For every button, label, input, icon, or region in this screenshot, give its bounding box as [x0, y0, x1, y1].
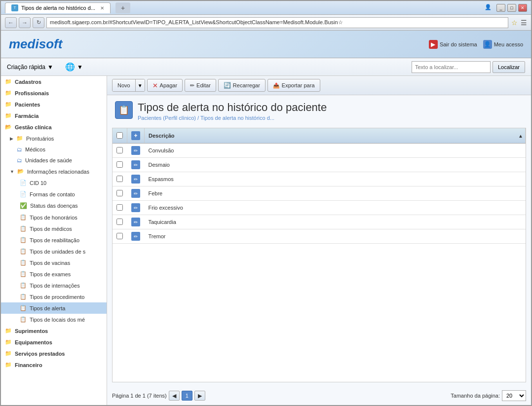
new-tab-btn[interactable]: + — [115, 2, 130, 13]
row-edit-btn[interactable]: ✏ — [131, 203, 140, 212]
row-checkbox[interactable] — [116, 190, 123, 196]
browser-tab[interactable]: T Tipos de alerta no histórico d... ✕ — [5, 2, 111, 13]
row-checkbox[interactable] — [116, 161, 123, 168]
next-page-btn[interactable]: ▶ — [194, 391, 205, 401]
table-header-row: + Descrição ▲ — [113, 128, 526, 144]
sidebar-item-tipos-honorarios[interactable]: 📋 Tipos de honorários — [1, 212, 107, 223]
sidebar-item-unidades-saude[interactable]: 🗂 Unidades de saúde — [1, 155, 107, 166]
row-edit-btn[interactable]: ✏ — [131, 189, 140, 198]
sidebar-item-gestao-clinica[interactable]: 📂 Gestão clínica — [1, 121, 107, 133]
select-all-checkbox[interactable] — [116, 132, 123, 139]
sidebar-item-tipos-exames[interactable]: 📋 Tipos de exames — [1, 268, 107, 280]
user-icon: 👤 — [483, 40, 492, 49]
doc-icon11: 📋 — [20, 316, 27, 323]
row-descricao: Desmaio — [145, 158, 526, 172]
sidebar-item-tipos-procedimentos[interactable]: 📋 Tipos de procedimento — [1, 291, 107, 302]
page-size-select[interactable]: 10 20 50 100 — [502, 390, 526, 401]
prev-page-btn[interactable]: ◀ — [169, 391, 180, 401]
add-column-btn[interactable]: + — [131, 131, 140, 140]
sidebar-label-servicos-prestados: Serviços prestados — [15, 351, 65, 357]
sidebar-item-medicos[interactable]: 🗂 Médicos — [1, 144, 107, 155]
menu-icon[interactable]: ☰ — [521, 19, 527, 27]
row-checkbox[interactable] — [116, 219, 123, 225]
row-checkbox[interactable] — [116, 233, 123, 239]
sidebar-label-prontuarios: Prontuários — [26, 136, 54, 142]
sidebar-label-medicos: Médicos — [25, 147, 45, 152]
tab-title: Tipos de alerta no histórico d... — [21, 5, 95, 11]
sidebar-item-pacientes[interactable]: 📁 Pacientes — [1, 99, 107, 110]
tab-close-btn[interactable]: ✕ — [100, 5, 104, 11]
refresh-btn[interactable]: ↻ — [33, 17, 44, 28]
exit-btn[interactable]: ▶ Sair do sistema — [429, 40, 477, 49]
editar-btn[interactable]: ✏ Editar — [185, 79, 216, 92]
access-btn[interactable]: 👤 Meu acesso — [483, 40, 523, 49]
doc-icon6: 📋 — [20, 259, 27, 266]
sidebar-item-tipos-medicos[interactable]: 📋 Tipos de médicos — [1, 223, 107, 234]
sidebar-item-cid-10[interactable]: 📄 CID 10 — [1, 177, 107, 188]
sidebar-item-prontuarios[interactable]: ▶ 📁 Prontuários — [1, 133, 107, 144]
novo-dropdown-btn[interactable]: ▼ — [136, 79, 145, 92]
main-layout: 📁 Cadastros 📁 Profissionais 📁 Pacientes … — [1, 76, 531, 405]
sidebar-item-profissionais[interactable]: 📁 Profissionais — [1, 87, 107, 99]
breadcrumb-link[interactable]: Pacientes (Perfil clínico) — [138, 115, 196, 121]
doc-icon: 📄 — [20, 191, 27, 197]
localizar-btn[interactable]: Localizar — [493, 61, 525, 73]
row-edit-btn[interactable]: ✏ — [131, 160, 140, 169]
close-btn[interactable]: ✕ — [518, 4, 527, 12]
content-toolbar: Novo ▼ ✕ Apagar ✏ Editar 🔄 Recarrega — [107, 76, 531, 95]
sidebar-item-tipos-unidades[interactable]: 📋 Tipos de unidades de s — [1, 246, 107, 257]
sidebar-item-farmacia[interactable]: 📁 Farmácia — [1, 110, 107, 121]
forward-btn[interactable]: → — [19, 17, 31, 28]
sidebar-label-unidades-saude: Unidades de saúde — [25, 157, 72, 163]
sidebar-item-tipos-internacoes[interactable]: 📋 Tipos de internações — [1, 280, 107, 291]
row-edit-btn[interactable]: ✏ — [131, 218, 140, 226]
exportar-btn[interactable]: 📤 Exportar para — [267, 79, 320, 92]
row-edit-btn[interactable]: ✏ — [131, 232, 140, 241]
row-checkbox[interactable] — [116, 147, 123, 153]
row-edit-cell: ✏ — [127, 144, 145, 158]
globe-btn[interactable]: 🌐 ▼ — [65, 62, 83, 72]
search-input[interactable] — [412, 61, 491, 73]
sort-asc-icon[interactable]: ▲ — [518, 133, 523, 139]
sidebar-label-tipos-reabilitacao: Tipos de reabilitação — [30, 237, 79, 243]
table-container: + Descrição ▲ ✏ Convul — [112, 128, 526, 382]
browser-frame: T Tipos de alerta no histórico d... ✕ + … — [0, 0, 532, 406]
bookmark-icon[interactable]: ☆ — [511, 19, 518, 27]
sidebar-item-tipos-reabilitacao[interactable]: 📋 Tipos de reabilitação — [1, 234, 107, 246]
sidebar-item-tipos-locais-medicos[interactable]: 📋 Tipos de locais dos mé — [1, 314, 107, 325]
sidebar-item-cadastros[interactable]: 📁 Cadastros — [1, 76, 107, 87]
row-descricao: Espasmos — [145, 172, 526, 186]
sidebar-item-servicos-prestados[interactable]: 📁 Serviços prestados — [1, 348, 107, 359]
row-edit-btn[interactable]: ✏ — [131, 175, 140, 184]
page-title: Tipos de alerta no histórico do paciente — [138, 101, 327, 114]
minimize-btn[interactable]: _ — [496, 4, 505, 12]
address-bar[interactable] — [46, 17, 508, 28]
editar-label: Editar — [196, 82, 211, 88]
novo-btn[interactable]: Novo — [113, 79, 135, 92]
sidebar-item-informacoes-relacionadas[interactable]: ▼ 📂 Informações relacionadas — [1, 166, 107, 177]
criacao-rapida-btn[interactable]: Criação rápida ▼ — [7, 64, 53, 71]
sidebar-item-suprimentos[interactable]: 📁 Suprimentos — [1, 325, 107, 336]
sidebar-item-tipos-vacinas[interactable]: 📋 Tipos de vacinas — [1, 257, 107, 268]
sidebar-item-formas-contato[interactable]: 📄 Formas de contato — [1, 188, 107, 200]
recarregar-btn[interactable]: 🔄 Recarregar — [218, 79, 266, 92]
page-1-btn[interactable]: 1 — [182, 391, 192, 401]
browser-titlebar: T Tipos de alerta no histórico d... ✕ + … — [1, 1, 531, 15]
row-checkbox[interactable] — [116, 176, 123, 182]
row-edit-btn[interactable]: ✏ — [131, 146, 140, 155]
breadcrumb-current: Tipos de alerta no histórico d... — [200, 115, 274, 121]
back-btn[interactable]: ← — [5, 17, 17, 28]
folder-icon-suprimentos: 📁 — [5, 328, 12, 334]
search-bar: Localizar — [412, 61, 525, 73]
sidebar-item-equipamentos[interactable]: 📁 Equipamentos — [1, 336, 107, 348]
editar-icon: ✏ — [190, 82, 194, 89]
sidebar-item-tipos-alerta[interactable]: 📋 Tipos de alerta — [1, 302, 107, 314]
sidebar-item-financeiro[interactable]: 📁 Financeiro — [1, 359, 107, 370]
col-descricao: Descrição ▲ — [145, 128, 526, 144]
doc-icon4: 📋 — [20, 237, 27, 243]
row-edit-cell: ✏ — [127, 201, 145, 215]
row-checkbox[interactable] — [116, 204, 123, 211]
sidebar-item-status-doencas[interactable]: ✅ Status das doenças — [1, 200, 107, 212]
apagar-btn[interactable]: ✕ Apagar — [147, 79, 183, 92]
maximize-btn[interactable]: □ — [507, 4, 516, 12]
